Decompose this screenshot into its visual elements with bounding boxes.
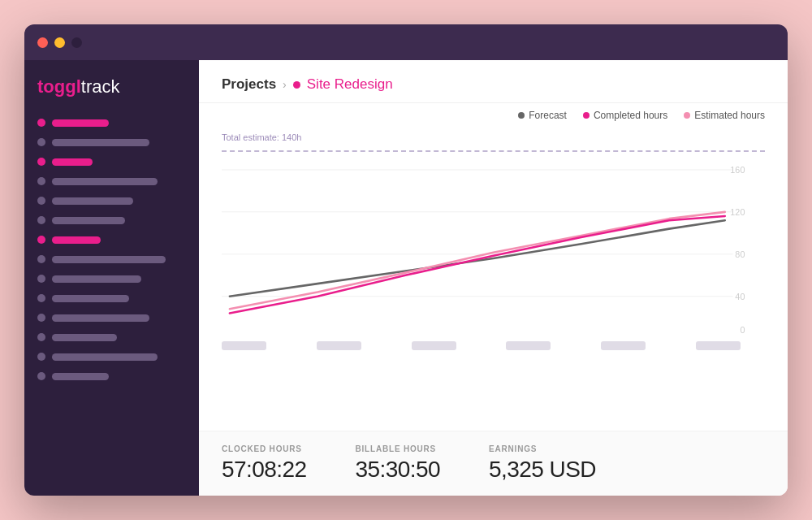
sidebar-item[interactable]: [37, 193, 186, 208]
close-button[interactable]: [37, 37, 48, 48]
titlebar: [24, 24, 788, 60]
sidebar-bar: [52, 236, 101, 244]
x-label: [506, 341, 551, 350]
chart-legend: Forecast Completed hours Estimated hours: [222, 110, 765, 121]
stat-earnings: EARNINGS 5,325 USD: [489, 444, 596, 483]
breadcrumb-arrow: ›: [283, 78, 287, 91]
sidebar-item[interactable]: [37, 115, 186, 130]
app-window: toggl track: [24, 24, 788, 496]
sidebar-dot-icon: [37, 119, 45, 127]
sidebar-dot-icon: [37, 275, 45, 283]
sidebar-dot-icon: [37, 177, 45, 185]
sidebar-bar: [52, 256, 166, 263]
sidebar-bar: [52, 119, 109, 127]
sidebar-item[interactable]: [37, 349, 186, 364]
logo: toggl track: [37, 76, 186, 98]
svg-text:160: 160: [730, 165, 745, 175]
legend-estimated-hours-label: Estimated hours: [694, 110, 765, 121]
sidebar-bar: [52, 314, 149, 322]
sidebar-bar: [52, 373, 109, 380]
sidebar-item[interactable]: [37, 330, 186, 344]
stats-bar: CLOCKED HOURS 57:08:22 BILLABLE HOURS 35…: [199, 431, 788, 496]
logo-track: track: [81, 76, 120, 98]
x-axis: [222, 335, 741, 350]
logo-toggl: toggl: [37, 76, 81, 98]
stat-billable-hours: BILLABLE HOURS 35:30:50: [356, 444, 441, 483]
project-color-dot: [293, 81, 300, 89]
sidebar-dot-icon: [37, 333, 45, 341]
stat-billable-hours-label: BILLABLE HOURS: [356, 444, 441, 453]
sidebar-item[interactable]: [37, 174, 186, 188]
legend-estimated-hours-dot: [684, 112, 690, 119]
stat-billable-hours-value: 35:30:50: [356, 457, 441, 483]
legend-forecast: Forecast: [518, 110, 567, 121]
sidebar-dot-icon: [37, 197, 45, 205]
x-label: [696, 341, 741, 350]
sidebar-bar: [52, 353, 158, 361]
sidebar-bar: [52, 217, 125, 224]
sidebar-bar: [52, 139, 149, 146]
window-body: toggl track: [24, 60, 788, 496]
sidebar-item[interactable]: [37, 232, 186, 247]
minimize-button[interactable]: [54, 37, 65, 48]
x-label: [601, 341, 646, 350]
x-label: [317, 341, 361, 350]
sidebar-item[interactable]: [37, 213, 186, 228]
legend-completed-hours: Completed hours: [583, 110, 667, 121]
sidebar-item[interactable]: [37, 310, 186, 325]
stat-clocked-hours-label: CLOCKED HOURS: [222, 444, 307, 453]
svg-text:0: 0: [740, 325, 745, 335]
chart-svg: 160 120 80 40 0: [222, 128, 765, 347]
legend-forecast-label: Forecast: [529, 110, 567, 121]
maximize-button[interactable]: [71, 37, 82, 48]
legend-forecast-dot: [518, 112, 525, 119]
main-content: Projects › Site Redesign Forecast Comple…: [199, 60, 788, 496]
sidebar: toggl track: [24, 60, 199, 496]
sidebar-dot-icon: [37, 158, 45, 166]
sidebar-item[interactable]: [37, 271, 186, 286]
stat-earnings-label: EARNINGS: [489, 444, 596, 453]
legend-completed-hours-label: Completed hours: [594, 110, 667, 121]
svg-text:80: 80: [735, 249, 745, 259]
sidebar-bar: [52, 197, 133, 205]
sidebar-item[interactable]: [37, 252, 186, 266]
sidebar-bar: [52, 178, 158, 185]
sidebar-bar: [52, 275, 141, 283]
breadcrumb-projects[interactable]: Projects: [222, 76, 276, 93]
sidebar-bar: [52, 158, 93, 166]
stat-clocked-hours: CLOCKED HOURS 57:08:22: [222, 444, 307, 483]
sidebar-item[interactable]: [37, 135, 186, 150]
svg-text:120: 120: [730, 207, 745, 217]
breadcrumb-current[interactable]: Site Redesign: [307, 76, 393, 93]
sidebar-item[interactable]: [37, 369, 186, 384]
sidebar-dot-icon: [37, 216, 45, 224]
x-label: [412, 341, 456, 350]
stat-earnings-value: 5,325 USD: [489, 457, 596, 483]
sidebar-dot-icon: [37, 138, 45, 146]
legend-completed-hours-dot: [583, 112, 590, 119]
x-label: [222, 341, 266, 350]
chart-container: Total estimate: 140h 160 120 80: [222, 128, 765, 347]
stat-clocked-hours-value: 57:08:22: [222, 457, 307, 483]
sidebar-item[interactable]: [37, 291, 186, 306]
sidebar-dot-icon: [37, 353, 45, 361]
chart-area: Forecast Completed hours Estimated hours…: [199, 103, 788, 431]
sidebar-dot-icon: [37, 236, 45, 244]
sidebar-dot-icon: [37, 255, 45, 263]
header: Projects › Site Redesign: [199, 60, 788, 103]
legend-estimated-hours: Estimated hours: [684, 110, 765, 121]
svg-text:40: 40: [735, 292, 745, 301]
sidebar-dot-icon: [37, 294, 45, 302]
sidebar-bar: [52, 295, 129, 302]
sidebar-item[interactable]: [37, 154, 186, 169]
sidebar-dot-icon: [37, 372, 45, 380]
sidebar-dot-icon: [37, 314, 45, 322]
sidebar-bar: [52, 334, 117, 341]
